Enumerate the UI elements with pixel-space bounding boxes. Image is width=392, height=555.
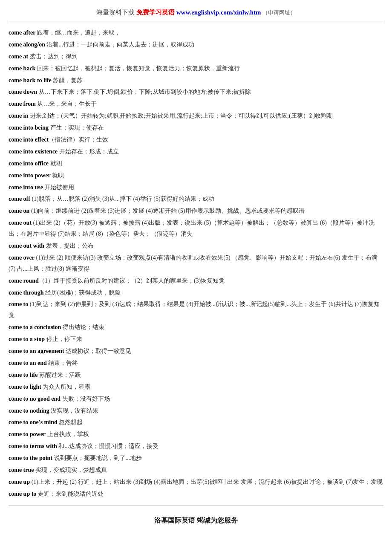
- list-item: come into office 就职: [9, 158, 383, 169]
- entry-chinese: 达成协议；取得一致意见: [64, 348, 132, 354]
- list-item: come in 进来,到达；(天气）开始转为;就职,开始执政;开始被采用,流行起…: [9, 110, 383, 121]
- list-item: come to the point 说到要点；扼要地说，到了...地步: [9, 453, 383, 464]
- list-item: come round（1）终于接受以前所反对的建议；（2）到某人的家里来；(3)…: [9, 275, 383, 286]
- entry-english: come to power: [9, 431, 46, 437]
- entry-english: come to: [9, 301, 28, 307]
- header-prefix: 海量资料下载: [96, 9, 136, 16]
- entry-chinese: 和...达成协议；慢慢习惯；适应，接受: [57, 443, 159, 449]
- list-item: come to (1)到达；来到 (2)伸展到；及到 (3)达成；结果取得；结果…: [9, 299, 383, 321]
- header-free: 免费学习英语: [136, 9, 175, 16]
- entry-english: come back: [9, 65, 35, 72]
- entry-english: come into office: [9, 160, 49, 167]
- entry-english: come through: [9, 289, 44, 296]
- entry-english: come out: [9, 220, 32, 226]
- entry-chinese: 产生；实现；使存在: [49, 124, 104, 131]
- list-item: come into power 就职: [9, 170, 383, 181]
- entry-english: come to no good end: [9, 396, 61, 402]
- entry-chinese: 发表，提出；公布: [44, 243, 94, 249]
- entry-chinese: 从…下来下来；落下.倒下.坍倒;跌价；下降;从城市到较小的地方;被传下来;被拆除: [37, 89, 251, 95]
- list-item: come to an agreement 达成协议；取得一致意见: [9, 346, 383, 357]
- entry-english: come to a stop: [9, 336, 45, 342]
- entry-chinese: 实现，变成现实，梦想成真: [34, 467, 107, 473]
- entry-english: come to an agreement: [9, 348, 64, 354]
- list-item: come up to 走近；来到能说话的近处: [9, 489, 383, 500]
- list-item: come off (1)脱落；从…脱落 (2)消失 (3)从...摔下 (4)举…: [9, 194, 383, 205]
- list-item: come up (1)上来；升起 (2) 行近；赶上；站出来 (3)到场 (4)…: [9, 477, 383, 488]
- entry-english: come after: [9, 29, 35, 36]
- entry-english: come to an end: [9, 360, 47, 366]
- entry-english: come on: [9, 208, 29, 214]
- entry-english: come to terms with: [9, 443, 57, 449]
- entry-english: come up to: [9, 491, 36, 497]
- entry-english: come into effect: [9, 136, 49, 143]
- list-item: come to power 上台执政，掌权: [9, 429, 383, 440]
- entry-english: come back to life: [9, 77, 52, 84]
- entry-english: come in: [9, 113, 28, 119]
- entry-english: come to a conclusion: [9, 324, 61, 330]
- entry-chinese: 没实现，没有结果: [49, 408, 99, 414]
- entry-chinese: (1)到达；来到 (2)伸展到；及到 (3)达成；结果取得；结果是 (4)开始被…: [9, 301, 380, 318]
- entry-chinese: 走近；来到能说话的近处: [36, 491, 104, 497]
- header: 海量资料下载 免费学习英语 www.englishvip.com/xinlw.h…: [9, 9, 383, 17]
- list-item: come from 从…来，来自；生长于: [9, 98, 383, 110]
- list-item: come down 从…下来下来；落下.倒下.坍倒;跌价；下降;从城市到较小的地…: [9, 87, 383, 98]
- entry-english: come down: [9, 89, 37, 95]
- list-item: come into effect（指法律）实行；生效: [9, 134, 383, 145]
- entry-chinese: 失败；没有好下场: [61, 396, 110, 402]
- entry-chinese: 得出结论；结束: [61, 324, 104, 330]
- list-item: come to an end 结束；告终: [9, 358, 383, 369]
- entry-english: come from: [9, 101, 36, 107]
- entry-chinese: （1）终于接受以前所反对的建议；（2）到某人的家里来；(3)恢复知觉: [39, 278, 225, 284]
- list-item: come to no good end 失败；没有好下场: [9, 393, 383, 405]
- list-item: come at 袭击；达到；得到: [9, 51, 383, 62]
- list-item: come out (1)出来 (2)（花）开放(3) 被透露；被披露 (4)出版…: [9, 217, 383, 240]
- entry-chinese: 上台执政，掌权: [46, 431, 89, 437]
- header-url: www.englishvip.com/xinlw.htm: [176, 9, 261, 16]
- entry-english: come out with: [9, 243, 44, 249]
- entry-english: come round: [9, 278, 39, 284]
- entry-english: come to nothing: [9, 408, 49, 414]
- footer-text: 洛基国际英语 竭诚为您服务: [154, 517, 238, 524]
- footer-divider: [9, 506, 383, 506]
- list-item: come back to life 苏醒，复苏: [9, 75, 383, 86]
- list-item: come to a stop 停止，停下来: [9, 334, 383, 345]
- header-apply: （申请网址）: [261, 9, 296, 16]
- entry-chinese: 就职: [49, 160, 62, 167]
- entry-chinese: 忽然想起: [58, 419, 83, 425]
- list-item: come into being 产生；实现；使存在: [9, 122, 383, 133]
- entry-english: come to the point: [9, 455, 52, 461]
- entry-chinese: 说到要点；扼要地说，到了...地步: [52, 455, 142, 461]
- entry-english: come into use: [9, 184, 43, 191]
- entry-chinese: 就职: [51, 172, 64, 179]
- list-item: come through 经历(困难)；获得成功，脱险: [9, 287, 383, 298]
- list-item: come to nothing 没实现，没有结果: [9, 405, 383, 416]
- entry-chinese: 经历(困难)；获得成功，脱险: [44, 289, 121, 296]
- entry-chinese: 开始存在；形成；成立: [58, 148, 119, 155]
- entry-english: come into being: [9, 124, 49, 131]
- content-area: come after 跟着，继…而来，追赶，来取，come along/on 沿…: [9, 27, 383, 500]
- list-item: come out with 发表，提出；公布: [9, 240, 383, 251]
- entry-english: come to one's mind: [9, 419, 58, 425]
- list-item: come to light 为众人所知，显露: [9, 382, 383, 393]
- entry-chinese: 开始被使用: [43, 184, 75, 191]
- entry-chinese: 沿着...行进；一起向前走，向某人走去；进展，取得成功: [45, 41, 194, 48]
- entry-chinese: 进来,到达；(天气）开始转为;就职,开始执政;开始被采用,流行起来;上市；当令；…: [28, 113, 332, 119]
- entry-english: come off: [9, 196, 30, 202]
- list-item: come true 实现，变成现实，梦想成真: [9, 465, 383, 476]
- entry-chinese: (1)脱落；从…脱落 (2)消失 (3)从...摔下 (4)举行 (5)获得好的…: [30, 196, 214, 202]
- entry-english: come at: [9, 53, 28, 60]
- entry-chinese: 袭击；达到；得到: [28, 53, 78, 60]
- list-item: come back 回来；被回忆起，被想起；复活，恢复知觉，恢复活力；恢复原状，…: [9, 63, 383, 74]
- top-divider: [9, 21, 383, 21]
- entry-chinese: 从…来，来自；生长于: [36, 101, 97, 107]
- list-item: come to terms with 和...达成协议；慢慢习惯；适应，接受: [9, 441, 383, 452]
- entry-chinese: 结束；告终: [47, 360, 78, 366]
- entry-chinese: 停止，停下来: [45, 336, 82, 342]
- list-item: come over (1)过来 (2) 顺便来访(3) 改变立场；改变观点(4)…: [9, 252, 383, 275]
- entry-english: come up: [9, 479, 30, 485]
- entry-chinese: (1)向前；继续前进 (2)跟着来 (3)进展；发展 (4)逐渐开始 (5)用作…: [29, 208, 304, 214]
- entry-english: come over: [9, 254, 35, 261]
- entry-chinese: 苏醒，复苏: [52, 77, 83, 84]
- entry-chinese: 为众人所知，显露: [41, 384, 91, 390]
- entry-english: come to light: [9, 384, 41, 390]
